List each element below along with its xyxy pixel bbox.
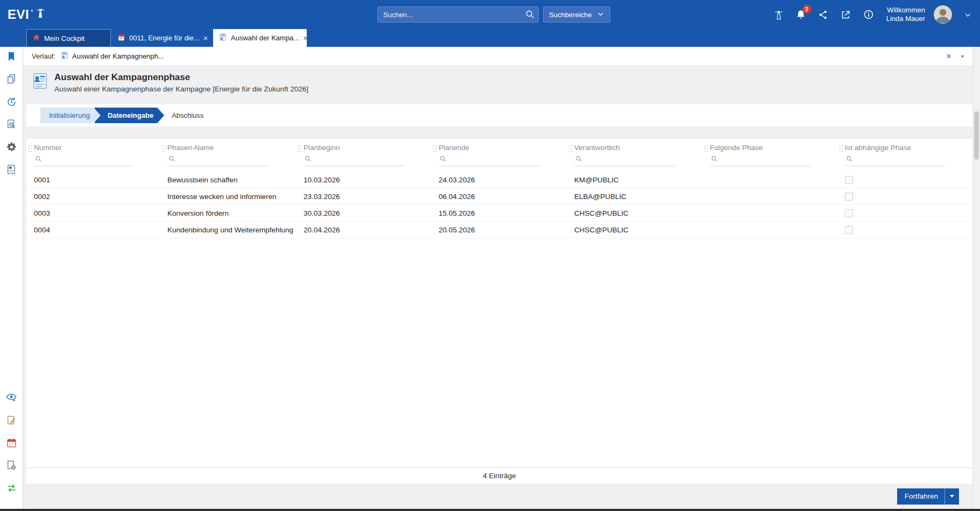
tabbar: Mein Cockpit 0011, Energie für die... × … bbox=[0, 29, 980, 47]
column-header-planbeginn[interactable]: Planbeginn bbox=[296, 144, 431, 172]
row-checkbox[interactable] bbox=[845, 226, 853, 234]
chevron-down-icon bbox=[597, 10, 604, 19]
user-avatar[interactable] bbox=[934, 5, 952, 24]
column-label[interactable]: Verantwortlich bbox=[574, 144, 702, 152]
notifications-button[interactable]: 3 bbox=[794, 8, 808, 22]
tab-mein-cockpit[interactable]: Mein Cockpit bbox=[26, 29, 111, 47]
calendar-icon[interactable] bbox=[5, 436, 18, 449]
topbar-search-area: Suchbereiche bbox=[377, 6, 610, 23]
history-icon[interactable] bbox=[5, 95, 18, 108]
column-header-folgende-phase[interactable]: Folgende Phase bbox=[702, 144, 837, 172]
column-header-planende[interactable]: Planende bbox=[431, 144, 567, 172]
main-content: Verlauf: Auswahl der Kampagnenph... × ▾ … bbox=[23, 47, 972, 509]
column-filter[interactable] bbox=[304, 154, 404, 166]
row-checkbox[interactable] bbox=[845, 209, 853, 217]
campaign-doc-icon bbox=[117, 33, 125, 43]
phases-table: Nummer Phasen-Name Planbeginn Planende bbox=[26, 139, 972, 484]
open-external-button[interactable] bbox=[839, 8, 853, 22]
tab-kampagnenphase-active[interactable]: Auswahl der Kampa... × bbox=[213, 29, 307, 47]
cell-planbeginn: 20.04.2026 bbox=[296, 226, 431, 234]
column-drag-handle-icon[interactable] bbox=[298, 145, 302, 154]
column-filter[interactable] bbox=[439, 154, 540, 166]
sidebar-top-group bbox=[5, 50, 18, 176]
column-drag-handle-icon[interactable] bbox=[839, 145, 843, 154]
vertical-scrollbar[interactable] bbox=[972, 47, 980, 509]
topbar: EVI° Suchbereiche 3 bbox=[0, 0, 980, 29]
continue-button[interactable]: Fortfahren bbox=[897, 488, 959, 505]
cell-planbeginn: 10.03.2026 bbox=[296, 176, 431, 184]
history-caret-icon[interactable]: ▾ bbox=[961, 53, 964, 59]
note-edit-icon[interactable] bbox=[5, 414, 18, 427]
wizard-step-initialisierung[interactable]: Initialisierung bbox=[40, 108, 101, 123]
beacon-button[interactable] bbox=[771, 8, 785, 22]
scrollbar-thumb[interactable] bbox=[974, 111, 979, 160]
search-icon[interactable] bbox=[525, 10, 535, 21]
column-header-phasen-name[interactable]: Phasen-Name bbox=[160, 144, 296, 172]
step-label: Initialisierung bbox=[49, 111, 90, 119]
swap-arrows-icon[interactable] bbox=[5, 481, 18, 494]
share-button[interactable] bbox=[816, 8, 830, 22]
column-filter[interactable] bbox=[710, 154, 810, 166]
tab-kampagne[interactable]: 0011, Energie für die... × bbox=[112, 29, 212, 47]
tab-label: Auswahl der Kampa... bbox=[231, 34, 299, 42]
home-icon bbox=[32, 33, 40, 43]
wizard-step-abschluss[interactable]: Abschluss bbox=[162, 108, 213, 123]
history-item-label: Auswahl der Kampagnenph... bbox=[72, 52, 164, 60]
column-header-ist-abhaengige-phase[interactable]: Ist abhängige Phase bbox=[837, 144, 972, 172]
row-checkbox[interactable] bbox=[845, 193, 853, 201]
app-logo: EVI° bbox=[8, 7, 45, 22]
close-icon[interactable]: × bbox=[946, 52, 951, 61]
column-label[interactable]: Folgende Phase bbox=[710, 144, 837, 152]
table-row[interactable]: 0003 Konversion fördern 30.03.2026 15.05… bbox=[26, 205, 972, 222]
column-drag-handle-icon[interactable] bbox=[568, 145, 573, 154]
column-drag-handle-icon[interactable] bbox=[704, 145, 708, 154]
bookmark-icon[interactable] bbox=[5, 50, 18, 63]
table-row[interactable]: 0002 Interesse wecken und informieren 23… bbox=[26, 188, 972, 205]
sidebar-bottom-group bbox=[5, 391, 18, 494]
column-header-verantwortlich[interactable]: Verantwortlich bbox=[567, 144, 702, 172]
copy-icon[interactable] bbox=[5, 73, 18, 86]
tab-close-icon[interactable]: × bbox=[203, 34, 208, 42]
column-label[interactable]: Phasen-Name bbox=[167, 144, 296, 152]
search-input[interactable] bbox=[377, 6, 539, 23]
gear-icon[interactable] bbox=[5, 140, 18, 153]
page-title: Auswahl der Kampagnenphase bbox=[54, 72, 308, 83]
column-filter[interactable] bbox=[845, 154, 946, 166]
cell-planbeginn: 23.03.2026 bbox=[296, 193, 431, 201]
eye-star-icon[interactable] bbox=[5, 391, 18, 404]
document-gear-icon[interactable] bbox=[5, 459, 18, 472]
wizard-steps: Initialisierung Dateneingabe Abschluss bbox=[26, 104, 972, 126]
report-icon[interactable] bbox=[5, 163, 18, 176]
table-row[interactable]: 0001 Bewusstsein schaffen 10.03.2026 24.… bbox=[26, 172, 972, 188]
cell-phasen-name: Interesse wecken und informieren bbox=[160, 193, 296, 201]
document-search-icon[interactable] bbox=[5, 118, 18, 131]
table-row[interactable]: 0004 Kundenbindung und Weiterempfehlung … bbox=[26, 222, 972, 238]
continue-menu-caret[interactable] bbox=[944, 488, 959, 505]
notification-badge: 3 bbox=[802, 5, 811, 13]
tab-close-icon[interactable]: × bbox=[303, 34, 308, 42]
cell-nummer: 0002 bbox=[26, 193, 160, 201]
column-filter[interactable] bbox=[34, 154, 133, 166]
global-search[interactable] bbox=[377, 6, 539, 23]
column-label[interactable]: Ist abhängige Phase bbox=[845, 144, 972, 152]
column-header-nummer[interactable]: Nummer bbox=[26, 144, 160, 172]
column-drag-handle-icon[interactable] bbox=[28, 145, 32, 154]
column-label[interactable]: Nummer bbox=[34, 144, 160, 152]
cell-nummer: 0004 bbox=[26, 226, 160, 234]
history-label: Verlauf: bbox=[32, 52, 55, 60]
column-filter[interactable] bbox=[574, 154, 675, 166]
column-drag-handle-icon[interactable] bbox=[161, 145, 166, 154]
column-label[interactable]: Planbeginn bbox=[304, 144, 431, 152]
user-menu-chevron-icon[interactable] bbox=[961, 8, 975, 22]
column-drag-handle-icon[interactable] bbox=[433, 145, 437, 154]
page-icon bbox=[31, 72, 49, 97]
column-label[interactable]: Planende bbox=[439, 144, 567, 152]
user-name: Linda Mauer bbox=[886, 15, 925, 23]
search-areas-dropdown[interactable]: Suchbereiche bbox=[543, 6, 610, 23]
row-checkbox[interactable] bbox=[845, 176, 853, 184]
info-button[interactable] bbox=[862, 8, 876, 22]
history-item[interactable]: Auswahl der Kampagnenph... bbox=[60, 51, 164, 61]
wizard-step-dateneingabe[interactable]: Dateneingabe bbox=[95, 108, 164, 123]
step-label: Abschluss bbox=[172, 111, 203, 119]
column-filter[interactable] bbox=[167, 154, 269, 166]
